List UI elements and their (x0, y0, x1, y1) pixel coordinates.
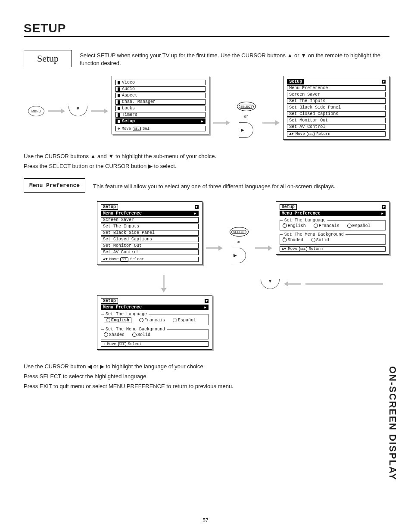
menu-item-chan-manager: Chan. Manager (115, 99, 206, 105)
menu-item-audio: Audio (115, 86, 206, 92)
setup-item: Set The Inputs (101, 224, 199, 229)
setup-item: Set Black Side Panel (287, 105, 386, 110)
setup-item: Screen Saver (101, 217, 199, 223)
page-number: 57 (0, 517, 411, 523)
menu-footer-hint: ▲▼Move SEL Return (287, 131, 386, 137)
flow-arrow-right-icon (91, 109, 108, 113)
remote-select-button-icon: SELECT (230, 227, 249, 236)
instruction-text: Press EXIT to quit menu or select MENU P… (24, 383, 389, 391)
setup-item: Set Closed Captions (101, 236, 199, 242)
or-label: or (237, 240, 241, 244)
setup-box: Setup (24, 50, 72, 67)
section-side-label: ON-SCREEN DISPLAY (387, 366, 398, 480)
flow-arrow-right-icon (48, 109, 65, 113)
flow-arrow-right-icon (262, 121, 280, 125)
flow-arrow-right-icon (206, 246, 223, 250)
flow-arrow-right-icon (213, 121, 230, 125)
setup-intro-text: Select SETUP when setting your TV up for… (80, 50, 389, 67)
flow-arrow-right-icon (255, 246, 272, 250)
setup-item: Set AV Control (287, 124, 386, 130)
language-fieldset: Set The Language English Francais Españo… (101, 312, 209, 325)
menu-preference-description: This feature will allow you to select an… (93, 178, 389, 190)
flow-arrow-down-icon (162, 275, 166, 292)
remote-menu-button-icon: MENU (28, 106, 44, 116)
setup-item: Set Black Side Panel (101, 230, 199, 236)
page-title: SETUP (24, 22, 389, 37)
pref-highlight: Menu Preference▶ (101, 305, 209, 310)
setup-item: Set Monitor Out (101, 243, 199, 249)
flow-arrow-left-icon (284, 282, 301, 286)
remote-select-button-icon: SELECT (237, 102, 256, 111)
osd-menu-preference-panel: Setup▼ Menu Preference▶ Set The Language… (276, 201, 389, 255)
osd-setup-menu-highlighted: Setup▼ Menu Preference▶ Screen Saver Set… (97, 201, 202, 265)
menu-footer-hint: ✦Move SEL Select (101, 341, 209, 347)
menu-footer-hint: ▲▼Move SEL Return (280, 246, 386, 252)
remote-cursor-down-icon: ▼ (261, 279, 280, 289)
background-fieldset: Set The Menu Background Shaded Solid (101, 327, 209, 339)
setup-item: Set Closed Captions (287, 111, 386, 117)
instruction-text: Use the CURSOR buttons ▲ and ▼ to highli… (24, 152, 389, 161)
remote-cursor-right-icon: ▶ (232, 248, 246, 263)
menu-item-video: Video (115, 80, 206, 85)
flow-line (305, 283, 383, 285)
osd-menu-preference-panel-selected: Setup▼ Menu Preference▶ Set The Language… (97, 295, 212, 350)
menu-item-timers: Timers (115, 112, 206, 118)
setup-item: Menu Preference (287, 85, 386, 91)
menu-preference-box: Menu Preference (24, 178, 85, 193)
remote-cursor-right-icon: ▶ (239, 122, 253, 138)
remote-cursor-down-icon: ▼ (68, 106, 87, 116)
menu-footer-hint: ▲▼Move SEL Select (101, 257, 199, 262)
or-label: or (244, 115, 249, 119)
menu-footer-hint: ✥Move SEL Sel (115, 126, 206, 131)
setup-item-highlight: Menu Preference▶ (101, 211, 199, 216)
menu-item-setup: Setup▶ (115, 118, 206, 124)
menu-item-aspect: Aspect (115, 93, 206, 98)
menu-item-locks: Locks (115, 106, 206, 111)
setup-item: Set The Inputs (287, 98, 386, 104)
instruction-text: Press SELECT to select the highlighted l… (24, 373, 389, 381)
osd-main-menu: Video Audio Aspect Chan. Manager Locks T… (112, 76, 209, 134)
background-fieldset: Set The Menu Background Shaded Solid (280, 232, 386, 245)
instruction-text: Press the SELECT button or the CURSOR bu… (24, 162, 389, 171)
pref-highlight: Menu Preference▶ (280, 211, 386, 216)
setup-item: Set Monitor Out (287, 118, 386, 123)
setup-item: Set AV Control (101, 249, 199, 255)
setup-item: Screen Saver (287, 92, 386, 97)
instruction-text: Use the CURSOR button ◀ or ▶ to highligh… (24, 363, 389, 371)
osd-setup-menu: Setup▼ Menu Preference Screen Saver Set … (283, 76, 389, 140)
language-fieldset: Set The Language English Francais Españo… (280, 218, 386, 230)
